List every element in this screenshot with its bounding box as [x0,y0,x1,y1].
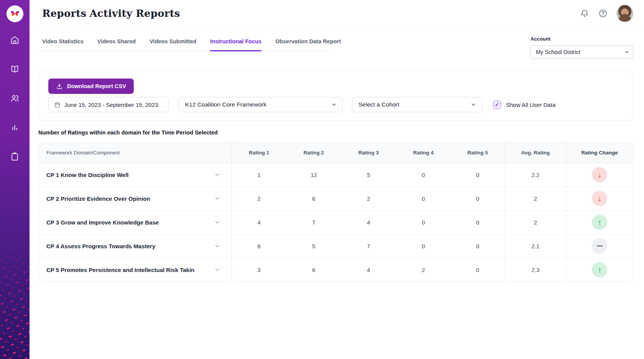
rating-4-value: 0 [396,234,451,258]
tab-instructional-focus[interactable]: Instructional Focus [210,38,261,51]
tab-video-statistics[interactable]: Video Statistics [42,38,84,51]
show-all-user-data-label: Show All User Data [506,102,555,108]
book-open-icon [10,64,20,74]
ratings-table: Framework Domain/Component Rating 1 Rati… [39,143,633,282]
table-row: CP 2 Prioritize Evidence Over Opinion 2 … [39,187,633,210]
sidebar [0,0,30,359]
sidebar-item-assignments[interactable] [7,148,23,165]
rating-change-up-badge [592,215,607,230]
row-expand-chevron-icon[interactable] [214,219,221,226]
row-expand-chevron-icon[interactable] [214,243,221,249]
bell-icon [580,9,589,18]
filter-card: Download Report CSV June 15, 2023 - Sept… [38,70,633,121]
rating-1-value: 1 [232,163,286,187]
date-range-value: June 15, 2023 - September 15, 2023 [64,102,158,108]
show-all-user-data-toggle[interactable]: Show All User Data [493,101,555,109]
account-label: Account [531,36,633,42]
rating-1-value: 3 [232,258,286,282]
rating-1-value: 6 [232,234,286,258]
framework-select[interactable]: K12 Coalition Core Framework [179,97,343,112]
topbar-actions [580,5,633,22]
row-expand-chevron-icon[interactable] [214,195,221,202]
rating-5-value: 0 [451,258,505,282]
domain-label: CP 3 Grow and Improve Knowledge Base [46,219,159,226]
chevron-down-icon [331,102,337,108]
tab-videos-submitted[interactable]: Videos Submitted [150,38,196,51]
show-all-user-data-checkbox[interactable] [493,101,501,109]
table-row: CP 5 Promotes Persistence and Intellectu… [39,258,633,282]
page-body: Download Report CSV June 15, 2023 - Sept… [30,61,644,282]
avg-rating-value: 2 [505,210,566,234]
col-header-rating-2: Rating 2 [286,143,341,163]
rating-change-down-badge [592,191,607,206]
page-title-primary: Reports [42,8,86,19]
rating-2-value: 6 [286,187,341,210]
col-header-rating-change: Rating Change [566,143,633,163]
rating-2-value: 5 [286,234,341,258]
app-window: ReportsActivity Reports [0,0,644,359]
page-title: ReportsActivity Reports [42,8,180,19]
account-select[interactable]: My School District [531,45,633,59]
tab-bar: Video Statistics Videos Shared Videos Su… [38,38,330,51]
notifications-button[interactable] [580,8,590,18]
rating-5-value: 0 [451,187,505,210]
subheader: Video Statistics Videos Shared Videos Su… [30,27,644,61]
rating-1-value: 2 [232,187,286,210]
rating-3-value: 2 [341,187,396,210]
chevron-down-icon [470,102,476,108]
rating-4-value: 0 [396,163,451,187]
col-header-rating-1: Rating 1 [232,143,286,163]
ratings-table-card: Framework Domain/Component Rating 1 Rati… [38,142,633,282]
bar-chart-icon [10,123,20,132]
sidebar-nav [0,31,30,165]
rating-change-down-badge [592,167,607,182]
col-header-rating-3: Rating 3 [341,143,396,163]
domain-label: CP 4 Assess Progress Towards Mastery [46,243,155,249]
rating-change-neutral-badge [592,238,607,254]
rating-change-up-badge [592,262,607,277]
table-row: CP 4 Assess Progress Towards Mastery 6 5… [39,234,633,258]
table-row: CP 1 Know the Discipline Well 1 12 5 0 0… [39,163,633,187]
calendar-icon [54,102,61,108]
help-button[interactable] [598,8,608,18]
rating-4-value: 2 [396,258,451,282]
topbar: ReportsActivity Reports [30,0,644,27]
table-header-row: Framework Domain/Component Rating 1 Rati… [39,143,633,163]
row-expand-chevron-icon[interactable] [214,171,221,178]
rating-5-value: 0 [451,163,505,187]
rating-5-value: 0 [451,234,505,258]
app-logo[interactable] [7,5,23,22]
col-header-rating-4: Rating 4 [396,143,451,163]
user-avatar[interactable] [616,5,633,22]
sidebar-item-people[interactable] [7,90,23,107]
date-range-input[interactable]: June 15, 2023 - September 15, 2023 [48,97,169,112]
domain-label: CP 5 Promotes Persistence and Intellectu… [46,267,194,273]
sidebar-item-library[interactable] [7,61,23,77]
account-selector: Account My School District [531,36,633,59]
rating-3-value: 5 [341,163,396,187]
home-icon [10,35,20,45]
row-expand-chevron-icon[interactable] [214,266,221,273]
table-row: CP 3 Grow and Improve Knowledge Base 4 7… [39,210,633,234]
rating-4-value: 0 [396,210,451,234]
butterfly-logo-icon [10,10,20,18]
sidebar-item-analytics[interactable] [7,119,23,136]
download-button-label: Download Report CSV [67,83,126,89]
cohort-select[interactable]: Select a Cohort [352,97,482,112]
domain-label: CP 2 Prioritize Evidence Over Opinion [46,195,150,202]
rating-2-value: 7 [286,210,341,234]
rating-3-value: 4 [341,258,396,282]
page-title-secondary: Activity Reports [89,8,180,19]
avg-rating-value: 2.3 [505,258,566,282]
help-icon [598,9,608,18]
avg-rating-value: 2 [505,187,566,210]
rating-5-value: 0 [451,210,505,234]
sidebar-item-home[interactable] [7,31,23,48]
download-report-csv-button[interactable]: Download Report CSV [48,79,134,94]
main-content: ReportsActivity Reports [30,0,644,359]
tab-observation-data-report[interactable]: Observation Data Report [275,38,341,51]
rating-3-value: 7 [341,234,396,258]
cohort-select-placeholder: Select a Cohort [358,101,399,108]
framework-select-value: K12 Coalition Core Framework [185,101,266,108]
tab-videos-shared[interactable]: Videos Shared [97,38,136,51]
